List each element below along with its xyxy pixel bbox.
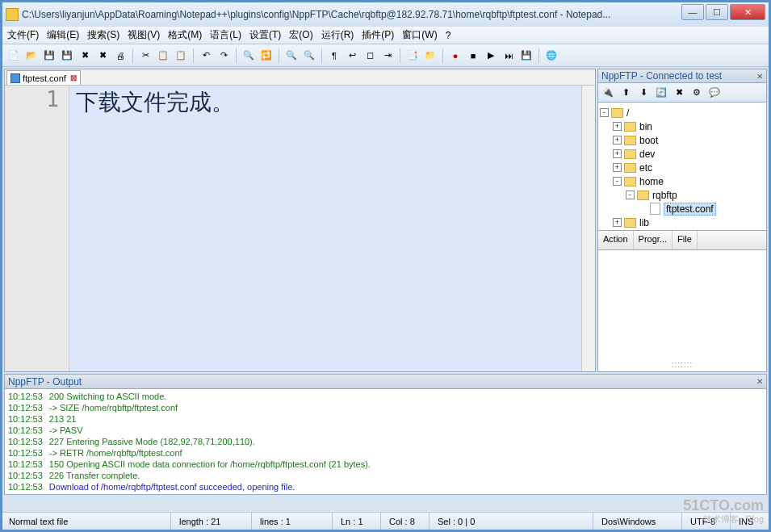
col-header[interactable]: File	[673, 231, 698, 249]
node-label: /	[626, 107, 629, 119]
zoomin-icon[interactable]: 🔍	[283, 48, 300, 64]
status-ln: Ln : 1	[332, 513, 380, 530]
expand-icon[interactable]: -	[600, 108, 609, 117]
menu-item[interactable]: 语言(L)	[210, 28, 241, 42]
connect-icon[interactable]: 🔌	[601, 86, 615, 100]
file-icon	[650, 203, 660, 215]
nppftp-title: NppFTP - Connected to test ✕	[597, 69, 767, 83]
download-icon[interactable]: ⬇	[636, 86, 651, 100]
macro-stop-icon[interactable]: ■	[465, 48, 481, 64]
messages-icon[interactable]: 💬	[707, 86, 722, 100]
macro-save-icon[interactable]: 💾	[518, 48, 534, 64]
panel-close-icon[interactable]: ✕	[756, 72, 763, 81]
settings-icon[interactable]: ⚙	[689, 86, 704, 100]
abort-icon[interactable]: ✖	[672, 86, 686, 100]
minimize-button[interactable]: —	[681, 4, 704, 20]
find-icon[interactable]: 🔍	[241, 48, 257, 64]
expand-icon[interactable]: +	[613, 218, 622, 227]
node-label: home	[639, 176, 664, 187]
menu-item[interactable]: 设置(T)	[249, 28, 281, 42]
wrap-icon[interactable]: ↩	[344, 48, 360, 64]
close-button[interactable]	[730, 4, 765, 20]
expand-icon[interactable]: +	[613, 136, 622, 145]
menu-item[interactable]: 编辑(E)	[47, 28, 79, 42]
expand-icon[interactable]: +	[613, 122, 622, 131]
menu-item[interactable]: 搜索(S)	[87, 28, 119, 42]
folderview-icon[interactable]: 📁	[422, 48, 438, 64]
folder-icon	[624, 136, 636, 145]
upload-icon[interactable]: ⬆	[618, 86, 633, 100]
node-label: rqbftp	[652, 190, 677, 201]
new-icon[interactable]: 📄	[6, 48, 22, 64]
saveall-icon[interactable]: 💾	[59, 48, 75, 64]
node-label: dev	[639, 149, 655, 160]
closetab-icon[interactable]: ✖	[77, 48, 93, 64]
nppftp-toolbar: 🔌 ⬆ ⬇ 🔄 ✖ ⚙ 💬	[597, 83, 767, 103]
resize-grip-icon[interactable]: :::::::	[672, 360, 693, 369]
macro-multi-icon[interactable]: ⏭	[501, 48, 517, 64]
menu-item[interactable]: 插件(P)	[362, 28, 394, 42]
tree-node[interactable]: -home	[600, 174, 765, 188]
zoomout-icon[interactable]: 🔍	[301, 48, 317, 64]
maximize-button[interactable]: ☐	[706, 4, 728, 20]
tree-node[interactable]: +boot	[600, 133, 765, 147]
print-icon[interactable]: 🖨	[112, 48, 128, 64]
tree-node[interactable]: +bin	[600, 119, 765, 133]
copy-icon[interactable]: 📋	[155, 48, 171, 64]
expand-icon[interactable]: +	[613, 149, 622, 158]
tree-node[interactable]: +lib	[600, 216, 765, 229]
log-line: 10:12:53Download of /home/rqbftp/ftptest…	[8, 481, 763, 492]
ftp-tree[interactable]: -/+bin+boot+dev+etc-home-rqbftpftptest.c…	[597, 103, 767, 231]
refresh-icon[interactable]: 🔄	[654, 86, 668, 100]
expand-icon[interactable]: +	[613, 163, 622, 172]
editor-text[interactable]: 下载文件完成。	[69, 86, 581, 371]
title-bar: C:\Users\liyanjun\AppData\Roaming\Notepa…	[2, 2, 769, 27]
tab-close-icon[interactable]: ⊠	[70, 73, 77, 82]
output-body[interactable]: 10:12:53200 Switching to ASCII mode.10:1…	[5, 389, 766, 494]
indent-icon[interactable]: ⇥	[379, 48, 396, 64]
tree-node[interactable]: +dev	[600, 147, 765, 161]
output-close-icon[interactable]: ✕	[756, 377, 763, 386]
replace-icon[interactable]: 🔁	[258, 48, 274, 64]
output-title: NppFTP - Output	[8, 376, 82, 387]
macro-play-icon[interactable]: ▶	[483, 48, 499, 64]
expand-icon[interactable]: -	[626, 191, 635, 199]
toolbar: 📄 📂 💾 💾 ✖ ✖ 🖨 ✂ 📋 📋 ↶ ↷ 🔍 🔁 🔍 🔍 ¶ ↩ ◻ ⇥ …	[2, 44, 769, 67]
cut-icon[interactable]: ✂	[137, 48, 153, 64]
node-label: ftptest.conf	[664, 203, 716, 216]
log-line: 10:12:53200 Switching to ASCII mode.	[8, 391, 763, 402]
tree-node[interactable]: -rqbftp	[600, 188, 765, 202]
scrollbar-vertical[interactable]	[581, 86, 595, 371]
menu-item[interactable]: ?	[446, 30, 451, 41]
folder-icon	[637, 191, 649, 200]
open-icon[interactable]: 📂	[23, 48, 40, 64]
paste-icon[interactable]: 📋	[173, 48, 189, 64]
ftp-icon[interactable]: 🌐	[543, 48, 559, 64]
undo-icon[interactable]: ↶	[198, 48, 214, 64]
status-sel: Sel : 0 | 0	[429, 513, 593, 530]
menu-item[interactable]: 格式(M)	[168, 28, 202, 42]
tree-node[interactable]: +lib64	[600, 229, 765, 231]
col-header[interactable]: Progr...	[634, 231, 673, 249]
col-header[interactable]: Action	[598, 231, 634, 249]
macro-rec-icon[interactable]: ●	[447, 48, 463, 64]
save-icon[interactable]: 💾	[41, 48, 57, 64]
file-tab[interactable]: ftptest.conf ⊠	[6, 70, 81, 85]
closeall-icon[interactable]: ✖	[94, 48, 111, 64]
menu-item[interactable]: 宏(O)	[289, 28, 312, 42]
funclist-icon[interactable]: 📑	[404, 48, 421, 64]
node-label: etc	[639, 162, 652, 174]
menu-item[interactable]: 运行(R)	[321, 28, 354, 42]
allchars-icon[interactable]: ◻	[362, 48, 378, 64]
menu-item[interactable]: 文件(F)	[7, 28, 39, 42]
tab-label: ftptest.conf	[23, 73, 66, 83]
tree-node[interactable]: -/	[600, 106, 765, 119]
log-line: 10:12:53213 21	[8, 413, 763, 425]
redo-icon[interactable]: ↷	[216, 48, 232, 64]
tree-node[interactable]: +etc	[600, 161, 765, 174]
menu-item[interactable]: 窗口(W)	[402, 28, 437, 42]
tree-node[interactable]: ftptest.conf	[600, 202, 765, 216]
menu-item[interactable]: 视图(V)	[128, 28, 160, 42]
expand-icon[interactable]: -	[613, 177, 622, 186]
ws-icon[interactable]: ¶	[326, 48, 342, 64]
